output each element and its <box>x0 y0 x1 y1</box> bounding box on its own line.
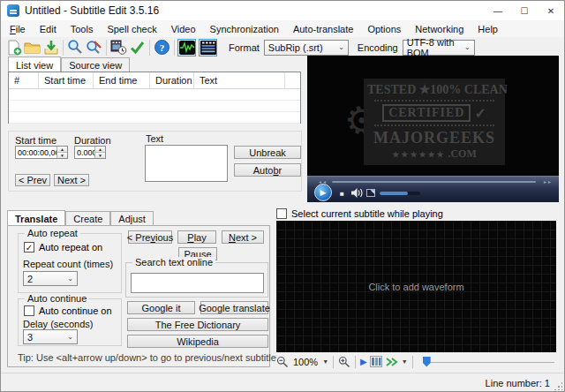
search-text-input[interactable] <box>131 273 264 293</box>
video-player: ⚙ TESTED ★100% CLEAN CERTIFIED ✓ MAJORGE… <box>307 56 559 202</box>
play-icon[interactable]: ▶ <box>360 357 367 366</box>
next-subtitle-button[interactable]: Next > <box>54 174 89 186</box>
chevron-down-icon: ⌄ <box>460 43 471 51</box>
app-window: Untitled - Subtitle Edit 3.5.16 — ☐ ✕ Fi… <box>0 0 565 392</box>
find-icon[interactable] <box>66 39 85 57</box>
video-toggle-icon[interactable] <box>199 39 217 57</box>
save-icon[interactable] <box>41 39 60 57</box>
delay-label: Delay (seconds) <box>23 319 93 329</box>
player-control-bar: ◄◄ ►► ▶ ■ <box>307 176 559 202</box>
auto-br-button[interactable]: Auto br <box>234 163 301 177</box>
position-slider[interactable] <box>421 356 556 368</box>
play-button[interactable]: Play <box>177 230 216 244</box>
search-online-group: Search text online <box>125 262 268 298</box>
format-select[interactable]: SubRip (.srt) ⌄ <box>264 40 349 56</box>
open-file-icon[interactable] <box>23 39 41 57</box>
fullscreen-button[interactable] <box>366 189 375 197</box>
waveform-toggle-icon[interactable] <box>177 39 196 57</box>
encoding-select[interactable]: UTF-8 with BOM ⌄ <box>403 40 475 56</box>
repeat-count-label: Repeat count (times) <box>23 259 113 269</box>
help-icon[interactable]: ? <box>153 39 171 57</box>
free-dictionary-button[interactable]: The Free Dictionary <box>127 318 268 331</box>
columns-icon[interactable] <box>370 356 382 367</box>
duration-spinner[interactable]: 0.000 ▲▼ <box>74 146 106 159</box>
chevron-down-icon: ⌄ <box>334 43 344 51</box>
auto-continue-checkbox[interactable]: Auto continue on <box>24 305 112 316</box>
google-it-button[interactable]: Google it <box>127 301 195 314</box>
spell-check-icon[interactable] <box>128 39 147 57</box>
watermark-stars: ★★★★★★ <box>392 150 445 159</box>
close-button[interactable]: ✕ <box>538 1 564 20</box>
previous-button[interactable]: < Previous <box>128 230 172 244</box>
column-number[interactable]: # <box>9 72 39 88</box>
play-button[interactable]: ▶ <box>314 184 332 201</box>
mode-tabs: TranslateCreateAdjust <box>7 210 154 226</box>
subtitle-text-input[interactable] <box>145 145 228 182</box>
menu-edit[interactable]: Edit <box>33 22 64 36</box>
watermark-brand-text: MAJORGEEKS <box>367 129 501 147</box>
stop-button[interactable]: ■ <box>340 190 344 198</box>
prev-subtitle-button[interactable]: < Prev <box>15 174 50 186</box>
new-file-icon[interactable] <box>4 39 23 57</box>
menu-tools[interactable]: Tools <box>64 22 101 36</box>
checkbox-unchecked-icon[interactable] <box>24 305 34 316</box>
auto-repeat-checkbox[interactable]: ✓ Auto repeat on <box>24 242 102 253</box>
repeat-count-select[interactable]: 2 ⌄ <box>23 271 78 286</box>
menu-networking[interactable]: Networking <box>408 22 471 36</box>
menu-spell-check[interactable]: Spell check <box>100 22 163 36</box>
checkbox-unchecked-icon[interactable] <box>276 208 287 219</box>
spin-up-icon[interactable]: ▲ <box>57 147 67 153</box>
subtitle-list[interactable]: # Start time End time Duration Text <box>8 72 301 124</box>
replace-icon[interactable] <box>85 39 103 57</box>
column-start-time[interactable]: Start time <box>39 72 94 88</box>
checkbox-checked-icon[interactable]: ✓ <box>24 242 34 253</box>
encoding-label: Encoding <box>358 42 398 53</box>
waveform-zoom-value[interactable]: 100% <box>293 357 318 367</box>
menu-file[interactable]: File <box>3 22 33 36</box>
chevron-down-icon: ⌄ <box>63 333 73 341</box>
menu-auto-translate[interactable]: Auto-translate <box>286 22 360 36</box>
text-label: Text <box>146 133 163 144</box>
subtitle-edit-group: Start time 00:00:00,000 ▲▼ Duration 0.00… <box>8 131 302 192</box>
seek-bar[interactable] <box>332 181 536 183</box>
video-display[interactable]: ⚙ TESTED ★100% CLEAN CERTIFIED ✓ MAJORGE… <box>307 56 559 176</box>
zoom-out-icon[interactable] <box>276 356 289 368</box>
minimize-button[interactable]: — <box>485 1 511 20</box>
check-icon: ✓ <box>474 105 486 122</box>
start-time-spinner[interactable]: 00:00:00,000 ▲▼ <box>15 146 68 159</box>
menu-video[interactable]: Video <box>164 22 203 36</box>
delay-select[interactable]: 3 ⌄ <box>23 329 78 344</box>
spin-down-icon[interactable]: ▼ <box>57 153 67 158</box>
column-text[interactable]: Text <box>194 72 285 88</box>
column-duration[interactable]: Duration <box>150 72 194 88</box>
chevron-down-icon[interactable]: ▼ <box>322 358 328 365</box>
chevron-down-icon[interactable]: ▼ <box>402 358 408 365</box>
resize-grip[interactable] <box>554 381 562 390</box>
menu-help[interactable]: Help <box>471 22 505 36</box>
spin-down-icon[interactable]: ▼ <box>95 153 105 158</box>
unbreak-button[interactable]: Unbreak <box>234 146 301 159</box>
toolbar: ? Format SubRip (.srt) ⌄ Encoding UTF-8 … <box>1 37 564 57</box>
waveform-canvas[interactable]: Click to add waveform <box>276 221 556 352</box>
spin-up-icon[interactable]: ▲ <box>95 147 105 153</box>
table-row[interactable] <box>9 101 300 112</box>
title-bar: Untitled - Subtitle Edit 3.5.16 — ☐ ✕ <box>1 1 564 20</box>
fast-forward-icon[interactable]: ►► <box>543 179 552 185</box>
playback-speed-icon[interactable] <box>385 357 399 367</box>
zoom-in-icon[interactable] <box>338 356 350 368</box>
translate-panel: Auto repeat ✓ Auto repeat on Repeat coun… <box>7 225 270 367</box>
menu-synchronization[interactable]: Synchronization <box>203 22 286 36</box>
select-current-subtitle-checkbox[interactable]: Select current subtitle while playing <box>276 208 443 219</box>
slider-thumb-icon[interactable] <box>423 357 431 367</box>
table-row[interactable] <box>9 89 300 101</box>
google-translate-button[interactable]: Google translate <box>200 301 268 314</box>
table-row[interactable] <box>9 112 300 124</box>
volume-slider[interactable] <box>380 192 420 195</box>
menu-options[interactable]: Options <box>360 22 408 36</box>
column-end-time[interactable]: End time <box>94 72 150 88</box>
visual-sync-icon[interactable] <box>109 39 128 57</box>
volume-button[interactable] <box>351 188 363 198</box>
wikipedia-button[interactable]: Wikipedia <box>127 335 268 348</box>
maximize-button[interactable]: ☐ <box>511 1 538 20</box>
next-button[interactable]: Next > <box>222 230 264 244</box>
